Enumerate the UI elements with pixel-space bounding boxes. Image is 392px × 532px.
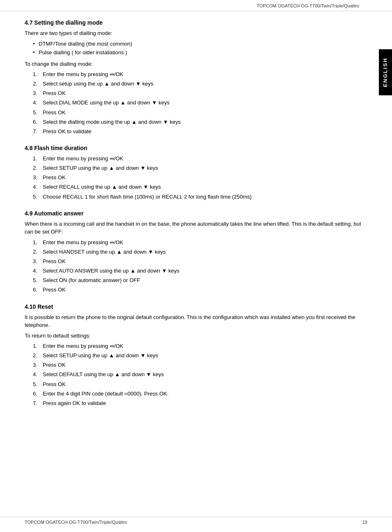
section-4-10-heading: 4.10 Reset [25, 303, 369, 310]
section-4-7-heading: 4.7 Setting the dialling mode [25, 19, 369, 26]
section-4-10: 4.10 Reset It is possible to return the … [25, 303, 369, 407]
list-item: 6.Press OK [33, 286, 369, 294]
list-item: 4.Select DIAL MODE using the up ▲ and do… [33, 99, 369, 107]
list-item: 1.Enter the menu by pressing ⇔/OK [33, 70, 369, 79]
list-item: 6.Enter the 4 digit PIN code (default =0… [33, 390, 369, 398]
list-item: 5.Choose RECALL 1 for short flash time (… [33, 193, 369, 201]
list-item: 4.Select RECALL using the up ▲ and down … [33, 183, 369, 191]
section-4-10-intro-0: It is possible to return the phone to th… [25, 313, 369, 329]
list-item: 1.Enter the menu by pressing ⇔/OK [33, 238, 369, 247]
list-item: 7.Press OK to validate [33, 127, 369, 136]
section-4-7-intro-0: There are two types of dialling mode: [25, 29, 369, 37]
section-4-8-heading: 4.8 Flash time duration [25, 145, 369, 151]
section-4-7-bullets: DTMF/Tone dialling (the most common) Pul… [33, 40, 369, 57]
section-4-9-heading: 4.9 Automatic answer [25, 210, 369, 217]
page-header: TOPCOM OGATECH OG-T700/Twin/Triple/Quatt… [0, 0, 392, 11]
section-4-8: 4.8 Flash time duration 1.Enter the menu… [25, 145, 369, 201]
section-4-8-steps: 1.Enter the menu by pressing ⇔/OK 2.Sele… [33, 155, 369, 201]
list-item: 5.Press OK [33, 380, 369, 389]
footer-left: TOPCOM OGATECH OG-T700/Twin/Triple/Quatt… [25, 520, 127, 525]
section-4-10-steps: 1.Enter the menu by pressing ⇔/OK 2.Sele… [33, 342, 369, 407]
list-item: 4.Select AUTO ANSWER using the up ▲ and … [33, 267, 369, 275]
language-tab: ENGLISH [379, 49, 392, 95]
list-item: 1.Enter the menu by pressing ⇔/OK [33, 342, 369, 350]
section-4-7-steps: 1.Enter the menu by pressing ⇔/OK 2.Sele… [33, 70, 369, 136]
page-footer: TOPCOM OGATECH OG-T700/Twin/Triple/Quatt… [0, 517, 392, 525]
list-item: 3.Press OK [33, 257, 369, 266]
list-item: 2.Select HANDSET using the up ▲ and down… [33, 248, 369, 256]
list-item: 3.Press OK [33, 89, 369, 97]
footer-right: 19 [362, 520, 367, 525]
list-item: 2.Select SETUP using the up ▲ and down ▼… [33, 352, 369, 360]
section-4-10-intro-1: To return to default settings: [25, 332, 369, 340]
section-4-9-steps: 1.Enter the menu by pressing ⇔/OK 2.Sele… [33, 238, 369, 294]
section-4-9: 4.9 Automatic answer When there is a inc… [25, 210, 369, 294]
list-item: 1.Enter the menu by pressing ⇔/OK [33, 155, 369, 163]
main-content: 4.7 Setting the dialling mode There are … [0, 11, 392, 425]
list-item: 2.Select SETUP using the up ▲ and down ▼… [33, 164, 369, 172]
section-4-7: 4.7 Setting the dialling mode There are … [25, 19, 369, 136]
list-item: 3.Press OK [33, 361, 369, 369]
list-item: 7.Press again OK to validate [33, 399, 369, 407]
list-item: 6.Select the dialling mode using the up … [33, 118, 369, 126]
list-item: 5.Select ON (for automatic answer) or OF… [33, 276, 369, 285]
list-item: 3.Press OK [33, 173, 369, 182]
list-item: 5.Press OK [33, 109, 369, 117]
section-4-9-intro: When there is a incoming call and the ha… [25, 220, 369, 236]
list-item: 4.Select DEFAULT using the up ▲ and down… [33, 370, 369, 379]
header-title: TOPCOM OGATECH OG-T700/Twin/Triple/Quatt… [257, 3, 359, 8]
page-container: TOPCOM OGATECH OG-T700/Twin/Triple/Quatt… [0, 0, 392, 532]
section-4-7-intro2: To change the dialling mode: [25, 60, 369, 68]
bullet-item: Pulse dialling ( for older installations… [33, 49, 369, 57]
bullet-item: DTMF/Tone dialling (the most common) [33, 40, 369, 48]
list-item: 2.Select setup using the up ▲ and down ▼… [33, 80, 369, 88]
